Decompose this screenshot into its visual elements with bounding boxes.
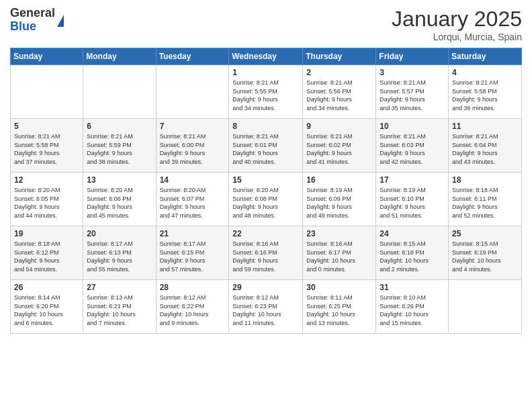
cell-w2-d5: 9Sunrise: 8:21 AM Sunset: 6:02 PM Daylig… [303, 119, 376, 173]
day-number-25: 25 [452, 229, 518, 238]
header: General Blue January 2025 Lorqui, Murcia… [10, 7, 522, 42]
cell-w3-d1: 12Sunrise: 8:20 AM Sunset: 6:05 PM Dayli… [11, 173, 83, 226]
day-info-4: Sunrise: 8:21 AM Sunset: 5:58 PM Dayligh… [452, 79, 518, 112]
day-info-6: Sunrise: 8:21 AM Sunset: 5:59 PM Dayligh… [87, 132, 152, 166]
day-number-23: 23 [306, 229, 372, 238]
day-info-18: Sunrise: 8:18 AM Sunset: 6:11 PM Dayligh… [452, 186, 518, 220]
cell-w4-d5: 23Sunrise: 8:16 AM Sunset: 6:17 PM Dayli… [303, 226, 376, 280]
cell-w5-d2: 27Sunrise: 8:13 AM Sunset: 6:21 PM Dayli… [83, 280, 156, 334]
cell-w2-d2: 6Sunrise: 8:21 AM Sunset: 5:59 PM Daylig… [83, 119, 156, 173]
week-row-5: 26Sunrise: 8:14 AM Sunset: 6:20 PM Dayli… [11, 280, 522, 334]
logo-blue: Blue [10, 20, 55, 34]
day-number-17: 17 [380, 175, 445, 185]
day-info-26: Sunrise: 8:14 AM Sunset: 6:20 PM Dayligh… [14, 293, 79, 327]
week-row-3: 12Sunrise: 8:20 AM Sunset: 6:05 PM Dayli… [11, 173, 522, 226]
cell-w1-d5: 2Sunrise: 8:21 AM Sunset: 5:56 PM Daylig… [303, 65, 376, 119]
cell-w4-d2: 20Sunrise: 8:17 AM Sunset: 6:13 PM Dayli… [83, 226, 156, 280]
day-info-13: Sunrise: 8:20 AM Sunset: 6:06 PM Dayligh… [87, 186, 152, 220]
cell-w2-d4: 8Sunrise: 8:21 AM Sunset: 6:01 PM Daylig… [229, 119, 303, 173]
cell-w3-d6: 17Sunrise: 8:19 AM Sunset: 6:10 PM Dayli… [376, 173, 449, 226]
day-info-30: Sunrise: 8:11 AM Sunset: 6:25 PM Dayligh… [306, 293, 372, 327]
day-number-12: 12 [14, 175, 79, 185]
day-number-15: 15 [232, 175, 299, 185]
cell-w1-d3 [156, 65, 229, 119]
logo: General Blue [10, 7, 64, 34]
location: Lorqui, Murcia, Spain [392, 32, 522, 42]
day-info-14: Sunrise: 8:20 AM Sunset: 6:07 PM Dayligh… [160, 186, 226, 220]
day-info-29: Sunrise: 8:12 AM Sunset: 6:23 PM Dayligh… [232, 293, 299, 327]
cell-w3-d7: 18Sunrise: 8:18 AM Sunset: 6:11 PM Dayli… [449, 173, 522, 226]
day-info-28: Sunrise: 8:12 AM Sunset: 6:22 PM Dayligh… [160, 293, 226, 327]
day-number-22: 22 [232, 229, 299, 238]
cell-w1-d1 [11, 65, 83, 119]
cell-w1-d7: 4Sunrise: 8:21 AM Sunset: 5:58 PM Daylig… [449, 65, 522, 119]
cell-w5-d6: 31Sunrise: 8:10 AM Sunset: 6:26 PM Dayli… [376, 280, 449, 334]
day-info-1: Sunrise: 8:21 AM Sunset: 5:55 PM Dayligh… [232, 79, 299, 112]
day-number-11: 11 [452, 122, 518, 131]
week-row-4: 19Sunrise: 8:18 AM Sunset: 6:12 PM Dayli… [11, 226, 522, 280]
cell-w3-d4: 15Sunrise: 8:20 AM Sunset: 6:08 PM Dayli… [229, 173, 303, 226]
calendar: Sunday Monday Tuesday Wednesday Thursday… [10, 48, 522, 334]
cell-w4-d3: 21Sunrise: 8:17 AM Sunset: 6:15 PM Dayli… [156, 226, 229, 280]
day-info-24: Sunrise: 8:15 AM Sunset: 6:18 PM Dayligh… [380, 240, 445, 273]
logo-text: General Blue [10, 7, 55, 34]
day-number-30: 30 [306, 283, 372, 292]
day-info-22: Sunrise: 8:16 AM Sunset: 6:16 PM Dayligh… [232, 240, 299, 273]
day-number-19: 19 [14, 229, 79, 238]
day-number-14: 14 [160, 175, 226, 185]
week-row-2: 5Sunrise: 8:21 AM Sunset: 5:58 PM Daylig… [11, 119, 522, 173]
day-number-2: 2 [306, 68, 372, 77]
day-info-11: Sunrise: 8:21 AM Sunset: 6:04 PM Dayligh… [452, 132, 518, 166]
cell-w3-d2: 13Sunrise: 8:20 AM Sunset: 6:06 PM Dayli… [83, 173, 156, 226]
day-number-26: 26 [14, 283, 79, 292]
day-number-9: 9 [306, 122, 372, 131]
day-info-21: Sunrise: 8:17 AM Sunset: 6:15 PM Dayligh… [160, 240, 226, 273]
day-number-10: 10 [380, 122, 445, 131]
day-info-10: Sunrise: 8:21 AM Sunset: 6:03 PM Dayligh… [380, 132, 445, 166]
cell-w5-d1: 26Sunrise: 8:14 AM Sunset: 6:20 PM Dayli… [11, 280, 83, 334]
day-number-18: 18 [452, 175, 518, 185]
col-thursday: Thursday [303, 48, 376, 65]
day-info-5: Sunrise: 8:21 AM Sunset: 5:58 PM Dayligh… [14, 132, 79, 166]
cell-w1-d2 [83, 65, 156, 119]
col-tuesday: Tuesday [156, 48, 229, 65]
day-info-3: Sunrise: 8:21 AM Sunset: 5:57 PM Dayligh… [380, 79, 445, 112]
day-number-21: 21 [160, 229, 226, 238]
day-info-19: Sunrise: 8:18 AM Sunset: 6:12 PM Dayligh… [14, 240, 79, 273]
day-number-24: 24 [380, 229, 445, 238]
calendar-header-row: Sunday Monday Tuesday Wednesday Thursday… [11, 48, 522, 65]
logo-triangle-icon [57, 15, 64, 27]
day-number-31: 31 [380, 283, 445, 292]
day-number-5: 5 [14, 122, 79, 131]
day-number-16: 16 [306, 175, 372, 185]
cell-w2-d3: 7Sunrise: 8:21 AM Sunset: 6:00 PM Daylig… [156, 119, 229, 173]
cell-w5-d7 [449, 280, 522, 334]
week-row-1: 1Sunrise: 8:21 AM Sunset: 5:55 PM Daylig… [11, 65, 522, 119]
day-info-17: Sunrise: 8:19 AM Sunset: 6:10 PM Dayligh… [380, 186, 445, 220]
day-info-23: Sunrise: 8:16 AM Sunset: 6:17 PM Dayligh… [306, 240, 372, 273]
day-info-9: Sunrise: 8:21 AM Sunset: 6:02 PM Dayligh… [306, 132, 372, 166]
col-wednesday: Wednesday [229, 48, 303, 65]
day-number-7: 7 [160, 122, 226, 131]
day-number-6: 6 [87, 122, 152, 131]
col-friday: Friday [376, 48, 449, 65]
cell-w5-d3: 28Sunrise: 8:12 AM Sunset: 6:22 PM Dayli… [156, 280, 229, 334]
day-number-29: 29 [232, 283, 299, 292]
month-title: January 2025 [392, 7, 522, 32]
cell-w3-d5: 16Sunrise: 8:19 AM Sunset: 6:09 PM Dayli… [303, 173, 376, 226]
day-info-2: Sunrise: 8:21 AM Sunset: 5:56 PM Dayligh… [306, 79, 372, 112]
day-number-4: 4 [452, 68, 518, 77]
day-number-8: 8 [232, 122, 299, 131]
col-saturday: Saturday [449, 48, 522, 65]
day-info-25: Sunrise: 8:15 AM Sunset: 6:19 PM Dayligh… [452, 240, 518, 273]
cell-w4-d1: 19Sunrise: 8:18 AM Sunset: 6:12 PM Dayli… [11, 226, 83, 280]
day-number-1: 1 [232, 68, 299, 77]
day-number-28: 28 [160, 283, 226, 292]
logo-general: General [10, 7, 55, 20]
cell-w4-d4: 22Sunrise: 8:16 AM Sunset: 6:16 PM Dayli… [229, 226, 303, 280]
cell-w2-d1: 5Sunrise: 8:21 AM Sunset: 5:58 PM Daylig… [11, 119, 83, 173]
cell-w4-d7: 25Sunrise: 8:15 AM Sunset: 6:19 PM Dayli… [449, 226, 522, 280]
cell-w2-d6: 10Sunrise: 8:21 AM Sunset: 6:03 PM Dayli… [376, 119, 449, 173]
day-info-15: Sunrise: 8:20 AM Sunset: 6:08 PM Dayligh… [232, 186, 299, 220]
day-number-13: 13 [87, 175, 152, 185]
